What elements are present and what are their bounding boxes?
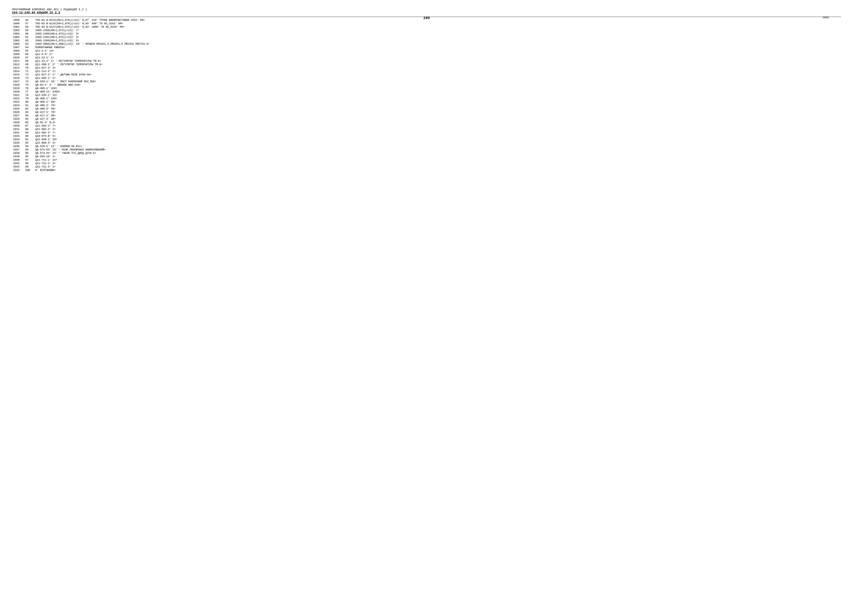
row-num1: 1937 (12, 148, 24, 152)
table-row: 190057T05-03 А-0125(Н9=1,076)(=13)' 0,03… (12, 22, 841, 25)
row-content: Ц11-627-3' 1' ' ДАТЧИК-РЕЛЕ АТК6-50• (34, 73, 841, 76)
row-content: Ц8-84-1' 2' ' ЗВОНОК ЗВП-220• (34, 83, 841, 86)
row-num1: 1931 (12, 127, 24, 131)
row-num1: 1934 (12, 138, 24, 141)
row-num1: 1910 (12, 56, 24, 59)
table-row: 193794Ц8-574-55' 23' ' РЕЛЕ РАЗЛИЧНЫХ НА… (12, 148, 841, 152)
table-row: 192481Ц8-406-2' 70• (12, 104, 841, 107)
row-num2: 80 (24, 100, 34, 104)
row-content: Ц8-417-2' 30• (34, 114, 841, 117)
table-row: 191067Ц11-13-1' 1• (12, 56, 841, 59)
row-num1: 1926 (12, 111, 24, 114)
row-num1: 1936 (12, 145, 24, 148)
table-row: 192380Ц8-406-1' 60• (12, 100, 841, 104)
row-num1: 1903 (12, 32, 24, 35)
table-row: 193592Ц11-680-5' 3• (12, 141, 841, 145)
row-num2: 63 (24, 42, 34, 46)
row-content: Ц8-409-11' 2450• (34, 90, 841, 94)
row-num1: 1900 (12, 22, 24, 25)
row-num2: 73 (24, 76, 34, 80)
header-line2: 264-12-249.85 АЛЬБОМ IX 2.2 (12, 11, 841, 14)
row-content: Ц11-711-3' 1• (34, 165, 841, 168)
row-num1: 1916 (12, 76, 24, 80)
page-header: 180 1842 ПРОГРАММНЫЙ КОМПЛЕКС АВС-3ЕС ( … (12, 8, 841, 17)
row-num2: 91 (24, 138, 34, 141)
row-num1: 1901 (12, 25, 24, 29)
row-num2: 59 (24, 29, 34, 32)
table-row: 193693Ц8-529-5' 12' ' КНОПКИ КЕ-011• (12, 145, 841, 148)
row-num2: 93 (24, 145, 34, 148)
row-content: Ц8-594-18' 3• (34, 155, 841, 158)
table-row: 192784Ц8-417-2' 30• (12, 114, 841, 117)
row-num2: 61 (24, 35, 34, 39)
row-num1: 1920 (12, 90, 24, 94)
row-num2: 57 (24, 22, 34, 25)
table-row: 191471Ц11-111-2' 1• (12, 70, 841, 73)
row-content: Ц8-529-1' 10' ' ПОСТ КНОПОЧНЫЙ ПКУ,ПКЕ• (34, 80, 841, 83)
page-right-number: 1842 (823, 16, 829, 19)
table-row: 191168Ц11-13-2' 1• ' РЕГУЛЯТОР ТЕМПЕРАТУ… (12, 59, 841, 63)
row-num2: 36 (24, 18, 34, 22)
row-content: 2405-3080(Н9=1,09А)(=13)' 19' ' ПРОБКИ П… (34, 42, 841, 46)
row-content: Ц8-91-4' 0,3• (34, 121, 841, 124)
row-num2: 81 (24, 104, 34, 107)
row-num1: 1907 (12, 46, 24, 49)
row-num2: 70 (24, 66, 34, 70)
row-num2: 87 (24, 124, 34, 127)
row-num1: 1912 (12, 63, 24, 66)
table-row: 191572Ц11-627-3' 1' ' ДАТЧИК-РЕЛЕ АТК6-5… (12, 73, 841, 76)
row-num1: 1899 (12, 18, 24, 22)
table-row: 190966Ц11-4-3' 1• (12, 53, 841, 56)
row-num1: 1924 (12, 104, 24, 107)
row-content: Ц12-698-1' 19• (34, 138, 841, 141)
row-content: Ц11-5А2-2' 3• (34, 127, 841, 131)
row-content: 2405-1390(Н9=1,073)(=13)' 3• (34, 32, 841, 35)
table-row: 192986Ц8-91-4' 0,3• (12, 121, 841, 124)
row-content: 2405-1391(Н9=1,073)(=13)' 3• (34, 35, 841, 39)
row-num2: 72 (24, 73, 34, 76)
table-row: 193491Ц12-698-1' 19• (12, 138, 841, 141)
row-content: Ц8-574-55' 23' ' ТАБЛО ТСУ,ДИОД Д226-Б• (34, 152, 841, 155)
row-num2: 75 (24, 83, 34, 86)
row-num2: 86 (24, 121, 34, 124)
row-content: Ц11-4-3' 1• (34, 53, 841, 56)
row-num2: 85 (24, 117, 34, 121)
row-content: T05-03 А-0127(Н9=1,076)(=13)' 0,03' 1000… (34, 25, 841, 29)
table-row: 192279Ц8-408-1' 120• (12, 97, 841, 100)
row-num2: 95 (24, 152, 34, 155)
row-content: Ц11-111-2' 1• (34, 70, 841, 73)
row-content: 2405-1389(Н9=1,073)(=13)' 7• (34, 29, 841, 32)
row-content: 2405-1380(Н9=1,073)(=13)' 5• (34, 39, 841, 42)
row-num2: 89 (24, 131, 34, 134)
table-row: 192885Ц8-417-3' 30• (12, 117, 841, 121)
row-num1: 1941 (12, 162, 24, 165)
row-content: Ц10-975-В' 5• (34, 134, 841, 138)
row-num1: 1932 (12, 131, 24, 134)
row-num1: 1914 (12, 70, 24, 73)
row-num2: 58 (24, 25, 34, 29)
table-row: 191269Ц11-390-1' 2' ' РЕГУЛЯТОР ТЕМПЕРАТ… (12, 63, 841, 66)
row-num2: 82 (24, 107, 34, 111)
table-row: 193895Ц8-574-55' 23' ' ТАБЛО ТСУ,ДИОД Д2… (12, 152, 841, 155)
header-line1: ПРОГРАММНЫЙ КОМПЛЕКС АВС-3ЕС ( РЕДАКЦИЯ … (12, 8, 841, 11)
row-content: Ц11-5А2-1' 7• (34, 124, 841, 127)
row-content: Ц8-406-3' 40• (34, 107, 841, 111)
data-table: 189936T05-03 А-0124(Н9=1,076)(=13)' 0,07… (12, 18, 841, 172)
row-num1: 1909 (12, 53, 24, 56)
row-num1: 1919 (12, 86, 24, 90)
page-center-number: 180 (423, 16, 430, 20)
row-content: Ц11-405-1' 1• (34, 76, 841, 80)
row-num2: 96 (24, 155, 34, 158)
table-row: 193390Ц10-975-В' 5• (12, 134, 841, 138)
row-content: Ц11-13-1' 1• (34, 56, 841, 59)
row-num1: 1917 (12, 80, 24, 83)
row-num2: 100 (24, 168, 34, 172)
row-num1: 1930 (12, 124, 24, 127)
row-num1: 1939 (12, 155, 24, 158)
row-num2: 74 (24, 80, 34, 83)
row-content: Ц11-711-1' 15• (34, 158, 841, 162)
row-num1: 1943 (12, 168, 24, 172)
table-row: 1902592405-1389(Н9=1,073)(=13)' 7• (12, 29, 841, 32)
row-num2: 66 (24, 53, 34, 56)
row-content: Ц11-711-2' 3• (34, 162, 841, 165)
